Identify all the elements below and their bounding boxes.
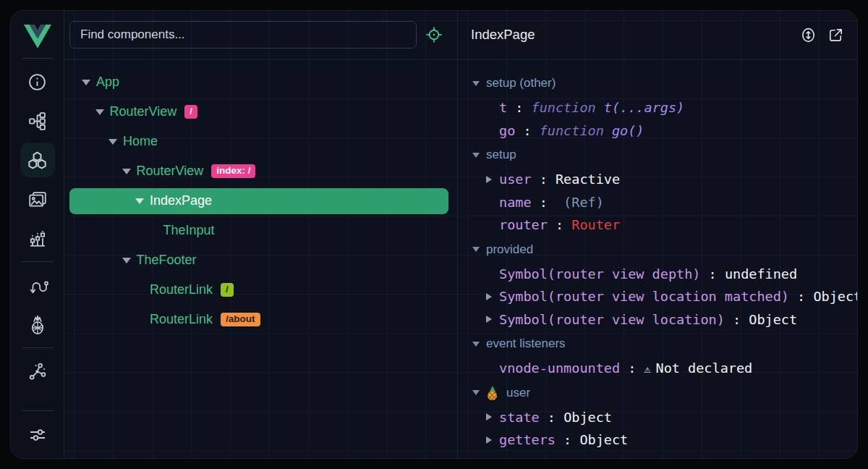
collapse-icon xyxy=(472,342,480,347)
section-entries: state : Object getters : Object xyxy=(472,406,857,452)
property-key: user xyxy=(499,172,532,187)
property-value: function go() xyxy=(540,123,644,138)
sidebar-item-settings[interactable] xyxy=(11,415,64,454)
tree-row[interactable]: RouterView / xyxy=(64,97,457,127)
section-header[interactable]: event listeners xyxy=(472,331,857,357)
property-key: vnode-unmounted xyxy=(499,360,620,376)
property-row[interactable]: user : Reactive xyxy=(472,168,857,191)
inspector-section: setup user : Reactive name : (Ref) route… xyxy=(472,142,857,237)
sidebar-item-graph[interactable] xyxy=(11,352,64,391)
section-title: user xyxy=(506,386,530,400)
inspector-content: setup (other) t : function t(...args) go… xyxy=(458,59,857,458)
inspector-section: event listeners vnode-unmounted : ⚠Not d… xyxy=(472,331,857,380)
expander-icon[interactable] xyxy=(135,198,144,204)
section-header[interactable]: user xyxy=(472,380,857,406)
property-value: Router xyxy=(571,217,620,232)
expander-icon[interactable] xyxy=(109,139,117,145)
collapse-icon xyxy=(472,247,480,252)
expander-icon[interactable] xyxy=(486,316,492,323)
section-title: event listeners xyxy=(486,337,566,351)
search-input[interactable] xyxy=(69,21,417,48)
section-entries: Symbol(router view depth) : undefined Sy… xyxy=(472,263,857,331)
colon-separator: : xyxy=(507,100,531,115)
section-title: setup (other) xyxy=(486,76,556,90)
property-row[interactable]: state : Object xyxy=(472,406,857,429)
tree-row[interactable]: Home xyxy=(64,127,457,156)
property-row[interactable]: router : Router xyxy=(472,214,857,237)
inspector-header: IndexPage xyxy=(458,11,857,59)
property-key: state xyxy=(499,410,540,425)
section-entries: vnode-unmounted : ⚠Not declared xyxy=(472,357,857,380)
tree-row[interactable]: RouterLink /about xyxy=(64,305,457,334)
property-row[interactable]: getters : Object xyxy=(472,428,857,452)
route-badge: / xyxy=(184,105,197,119)
tree-row[interactable]: RouterView index: / xyxy=(64,156,457,186)
sidebar-item-components[interactable] xyxy=(11,140,64,179)
property-value: ⚠Not declared xyxy=(644,360,753,376)
component-name: Home xyxy=(123,134,158,149)
property-key: router xyxy=(499,217,548,232)
sidebar-item-assets[interactable] xyxy=(11,179,64,219)
select-component-in-page-icon[interactable] xyxy=(420,20,448,49)
component-name: TheFooter xyxy=(137,253,197,268)
property-row[interactable]: go : function go() xyxy=(472,119,857,143)
tree-row[interactable]: TheInput xyxy=(64,216,457,245)
property-value: (Ref) xyxy=(556,195,604,210)
property-row[interactable]: Symbol(router view location matched) : O… xyxy=(472,285,857,308)
tree-row[interactable]: TheFooter xyxy=(64,245,457,275)
colon-separator: : xyxy=(556,432,579,447)
component-name: IndexPage xyxy=(150,193,212,208)
sidebar xyxy=(11,11,64,458)
component-name: RouterLink xyxy=(150,312,213,327)
expander-icon[interactable] xyxy=(486,436,492,444)
property-row[interactable]: Symbol(router view depth) : undefined xyxy=(472,263,857,286)
property-row[interactable]: Symbol(router view location) : Object xyxy=(472,308,857,331)
tree-row[interactable]: RouterLink / xyxy=(64,275,457,305)
expander-icon[interactable] xyxy=(486,293,492,300)
sidebar-item-hooks[interactable] xyxy=(11,266,64,305)
colon-separator: : xyxy=(700,266,724,282)
expander-icon[interactable] xyxy=(486,413,492,421)
open-in-editor-icon[interactable] xyxy=(827,27,844,43)
section-entries: t : function t(...args) go : function go… xyxy=(472,96,857,142)
inspector-section: setup (other) t : function t(...args) go… xyxy=(472,70,857,142)
tree-row[interactable]: IndexPage xyxy=(64,186,457,216)
property-value: undefined xyxy=(725,266,797,282)
collapse-icon xyxy=(472,390,480,395)
vue-logo xyxy=(24,18,51,54)
component-tree-panel: App RouterView / Home RouterView index: … xyxy=(64,11,458,458)
sidebar-item-overview[interactable] xyxy=(11,62,64,101)
section-title: provided xyxy=(486,242,533,257)
colon-separator: : xyxy=(515,123,539,138)
sidebar-divider xyxy=(22,58,54,59)
section-header[interactable]: setup (other) xyxy=(472,70,857,96)
sidebar-item-pinia[interactable] xyxy=(11,305,64,344)
component-name: App xyxy=(96,75,119,90)
property-row[interactable]: vnode-unmounted : ⚠Not declared xyxy=(472,357,857,380)
section-header[interactable]: setup xyxy=(472,142,857,168)
scroll-to-component-icon[interactable] xyxy=(800,27,817,43)
expander-icon[interactable] xyxy=(486,176,492,183)
route-badge: / xyxy=(221,283,234,297)
sidebar-item-timeline[interactable] xyxy=(11,219,64,258)
expander-icon[interactable] xyxy=(95,109,104,115)
colon-separator: : xyxy=(548,217,571,232)
property-key: name xyxy=(499,195,532,210)
expander-icon[interactable] xyxy=(122,258,131,263)
expander-icon[interactable] xyxy=(82,80,90,85)
component-name: TheInput xyxy=(163,223,215,238)
colon-separator: : xyxy=(532,195,556,210)
colon-separator: : xyxy=(540,410,563,425)
inspector-section: user state : Object getters : Object xyxy=(472,380,857,452)
property-key: t xyxy=(499,100,507,115)
property-row[interactable]: t : function t(...args) xyxy=(472,96,857,119)
sidebar-item-pages[interactable] xyxy=(11,101,64,140)
property-value: Object xyxy=(813,289,857,304)
component-name: RouterView xyxy=(110,104,177,119)
tree-row[interactable]: App xyxy=(64,67,457,97)
route-badge: index: / xyxy=(211,164,255,179)
expander-icon[interactable] xyxy=(122,169,131,174)
property-row[interactable]: name : (Ref) xyxy=(472,191,857,214)
section-header[interactable]: provided xyxy=(472,237,857,263)
pinia-store-icon xyxy=(486,386,498,400)
